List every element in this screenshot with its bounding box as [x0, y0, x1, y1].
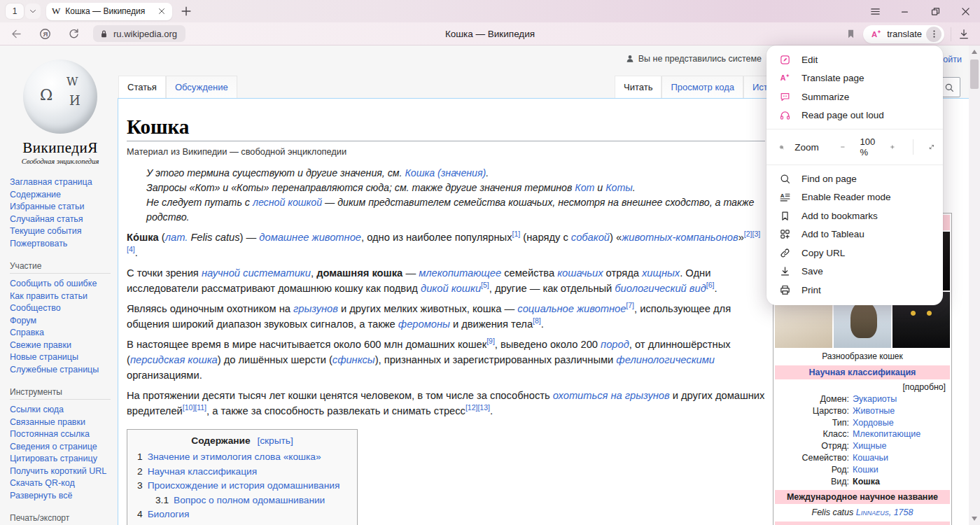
sidebar-item[interactable]: Ссылки сюда [10, 404, 111, 416]
minimize-icon[interactable] [899, 6, 911, 18]
vertical-scrollbar[interactable] [969, 46, 980, 525]
menu-item-add-to-tableau[interactable]: Add to Tableau [766, 225, 943, 244]
taxonomy-value[interactable]: Кошачьи [853, 452, 951, 464]
sidebar-item[interactable]: Текущие события [10, 225, 111, 238]
wiki-link[interactable]: социальное животное [517, 303, 626, 314]
bookmark-flag-icon[interactable] [845, 28, 857, 40]
translate-button[interactable]: A translate [863, 25, 944, 43]
wiki-link[interactable]: фелинологическими [616, 354, 715, 365]
wiki-link[interactable]: сфинксы [332, 354, 375, 365]
wikipedia-logo[interactable]: Ω W И [23, 59, 97, 134]
menu-item-add-to-bookmarks[interactable]: Add to bookmarks [766, 206, 943, 225]
toc-item[interactable]: 3.1Вопрос о полном одомашнивании [137, 493, 347, 508]
back-icon[interactable] [10, 27, 23, 41]
wiki-link[interactable]: Linnaeus [856, 507, 889, 517]
wiki-link[interactable]: млекопитающее [419, 267, 501, 279]
reference-link[interactable]: [7] [626, 301, 634, 309]
sidebar-item[interactable]: Скачать QR-код [10, 477, 111, 490]
namespace-tab[interactable]: Обсуждение [166, 76, 237, 98]
wiki-link[interactable]: охотиться на грызунов [553, 390, 670, 401]
reload-icon[interactable] [67, 27, 80, 41]
view-tab[interactable]: Читать [615, 76, 662, 98]
details-link[interactable]: [подробно] [774, 379, 951, 393]
taxonomy-value[interactable]: Кошки [853, 464, 951, 476]
sidebar-item[interactable]: Заглавная страница [10, 176, 111, 189]
sidebar-item[interactable]: Справка [10, 327, 111, 340]
wiki-link[interactable]: феромоны [398, 318, 450, 330]
tab-counter-button[interactable]: 1 [6, 4, 24, 19]
toc-hide-link[interactable]: [скрыть] [257, 435, 293, 446]
wiki-link[interactable]: научной систематики [202, 267, 311, 279]
toc-item[interactable]: 2Научная классификация [137, 465, 347, 479]
menu-item-print[interactable]: Print [766, 281, 943, 300]
wiki-link[interactable]: дикой кошки [421, 283, 481, 294]
sidebar-item[interactable]: Служебные страницы [10, 364, 111, 377]
reference-link[interactable]: [12][13] [465, 403, 490, 412]
menu-item-translate-page[interactable]: ATranslate page [766, 69, 943, 88]
scroll-down-icon[interactable] [972, 517, 977, 521]
sidebar-item[interactable]: Получить короткий URL [10, 465, 111, 478]
sidebar-item[interactable]: Пожертвовать [10, 238, 111, 251]
wiki-link[interactable]: , 1758 [889, 507, 913, 517]
menu-item-copy-url[interactable]: Copy URL [766, 244, 943, 262]
wiki-link[interactable]: хищных [642, 267, 680, 279]
search-icon[interactable] [944, 82, 955, 93]
sidebar-item[interactable]: Сообщить об ошибке [10, 278, 111, 290]
menu-item-edit[interactable]: Edit [766, 50, 943, 69]
close-icon[interactable] [960, 6, 972, 18]
taxonomy-value[interactable]: Хищные [853, 440, 951, 452]
toc-item[interactable]: 3Происхождение и история одомашнивания [137, 479, 347, 493]
wiki-link[interactable]: пород [601, 339, 629, 350]
toc-link[interactable]: Научная классификация [148, 465, 257, 479]
view-tab[interactable]: Просмотр кода [662, 76, 743, 98]
taxonomy-value[interactable]: Хордовые [853, 417, 951, 429]
hamburger-icon[interactable] [869, 6, 881, 18]
toc-item[interactable]: 4Биология [137, 507, 347, 522]
toc-link[interactable]: Вопрос о полном одомашнивании [174, 493, 325, 508]
sidebar-item[interactable]: Свежие правки [10, 340, 111, 352]
restore-icon[interactable] [930, 6, 941, 18]
menu-item-summarize[interactable]: Summarize [766, 88, 943, 106]
reference-link[interactable]: [6] [706, 281, 715, 289]
taxonomy-value[interactable]: Эукариоты [853, 393, 951, 405]
download-icon[interactable] [958, 28, 970, 41]
sidebar-item[interactable]: Как править статьи [10, 290, 111, 303]
sidebar-item[interactable]: Новые страницы [10, 351, 111, 364]
new-tab-icon[interactable] [179, 4, 193, 18]
wiki-link[interactable]: Кот [575, 182, 594, 193]
wiki-link[interactable]: Коты [606, 182, 633, 193]
sidebar-item[interactable]: Развернуть всё [10, 490, 111, 503]
sidebar-item[interactable]: Сообщество [10, 302, 111, 315]
menu-item-enable-reader-mode[interactable]: AEnable Reader mode [766, 188, 943, 207]
wiki-link[interactable]: биологический вид [615, 283, 706, 294]
wiki-link[interactable]: Кошка (значения) [405, 167, 486, 178]
url-chip[interactable]: ru.wikipedia.org [93, 25, 186, 42]
toc-link[interactable]: Физиология [174, 522, 226, 525]
toc-link[interactable]: Происхождение и история одомашнивания [148, 479, 340, 493]
toc-item[interactable]: 4.1Физиология [137, 522, 347, 525]
menu-item-read-page-out-loud[interactable]: Read page out loud [766, 106, 943, 125]
sidebar-item[interactable]: Случайная статья [10, 214, 111, 226]
taxonomy-value[interactable]: Млекопитающие [853, 428, 951, 440]
wiki-link[interactable]: грызунов [293, 303, 338, 314]
toc-link[interactable]: Значение и этимология слова «кошка» [148, 450, 321, 465]
wiki-link[interactable]: лат. [165, 232, 188, 243]
tab-list-button[interactable] [25, 4, 41, 19]
reference-link[interactable]: [5] [481, 281, 489, 289]
yandex-icon[interactable]: Я [38, 27, 52, 41]
reference-link[interactable]: [8] [533, 316, 541, 325]
scroll-up-icon[interactable] [972, 50, 977, 54]
sidebar-item[interactable]: Сведения о странице [10, 441, 111, 454]
browser-actions-menu-button[interactable] [926, 27, 941, 42]
expand-icon[interactable] [929, 141, 934, 153]
sidebar-item[interactable]: Связанные правки [10, 416, 111, 429]
reference-link[interactable]: [10][11] [183, 403, 206, 412]
reference-link[interactable]: [9] [486, 337, 495, 345]
tab-close-icon[interactable] [157, 6, 167, 16]
sidebar-item[interactable]: Постоянная ссылка [10, 428, 111, 441]
reference-link[interactable]: [1] [512, 230, 521, 238]
menu-item-save[interactable]: Save [766, 262, 943, 281]
wiki-link[interactable]: лесной кошкой [253, 197, 322, 208]
sidebar-item[interactable]: Цитировать страницу [10, 453, 111, 465]
wiki-link[interactable]: домашнее животное [259, 232, 361, 243]
